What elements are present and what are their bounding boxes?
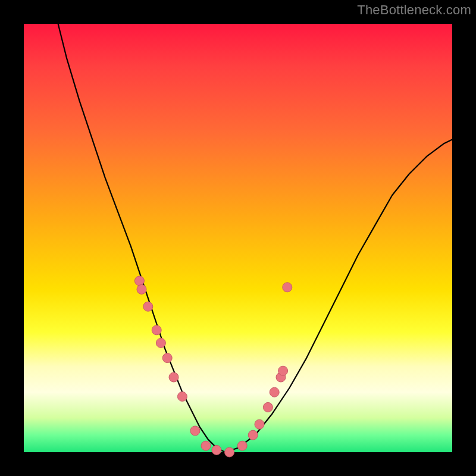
- data-point: [263, 402, 273, 412]
- data-point: [212, 445, 221, 455]
- bottleneck-curve: [58, 24, 452, 452]
- data-point: [248, 430, 258, 440]
- data-point: [162, 353, 172, 363]
- data-point: [137, 284, 146, 294]
- plot-area: [24, 24, 452, 452]
- highlighted-points: [134, 276, 292, 457]
- watermark-text: TheBottleneck.com: [357, 2, 471, 18]
- data-point: [270, 387, 279, 397]
- data-point: [143, 302, 153, 311]
- data-point: [190, 426, 200, 436]
- data-point: [134, 276, 144, 286]
- data-point: [169, 372, 178, 382]
- data-point: [156, 338, 165, 347]
- data-point: [283, 283, 292, 292]
- data-point: [177, 392, 187, 401]
- data-point: [255, 419, 264, 429]
- data-point: [237, 441, 247, 450]
- curve-svg: [24, 24, 452, 452]
- data-point: [225, 447, 234, 457]
- chart-frame: TheBottleneck.com: [0, 0, 476, 476]
- data-point: [278, 366, 288, 375]
- data-point: [152, 325, 161, 335]
- data-point: [201, 441, 211, 450]
